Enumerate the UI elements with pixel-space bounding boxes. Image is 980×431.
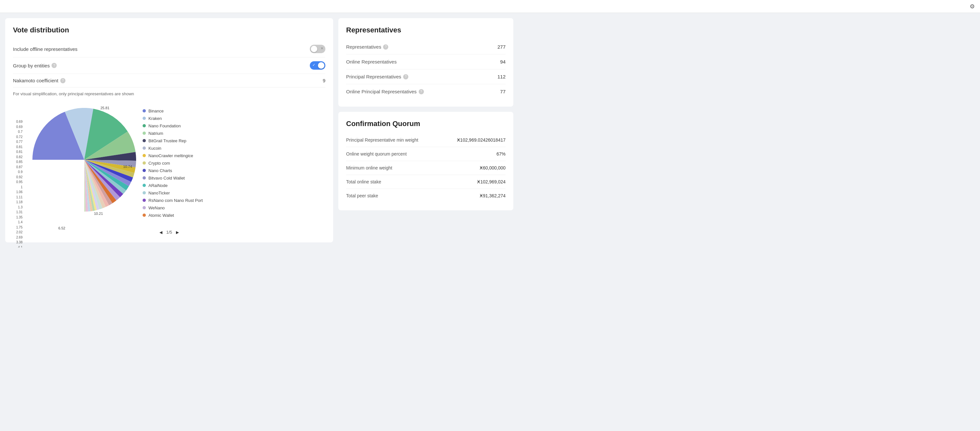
legend-label: Kucoin	[148, 146, 161, 151]
legend-dot	[143, 132, 146, 135]
legend-dot	[143, 139, 146, 142]
legend-label: Atomic Wallet	[148, 213, 174, 218]
legend-item: Nano Charts	[143, 168, 325, 173]
legend-label: Bitvavo Cold Wallet	[148, 176, 185, 180]
pie-label-1074: 10.74	[123, 165, 132, 169]
representatives-card: Representatives Representatives? 277 Onl…	[338, 18, 513, 107]
stat-label: Representatives?	[346, 44, 388, 49]
quorum-label: Principal Representative min weight	[346, 137, 418, 143]
pie-labels-left: 0.69 0.69 0.7 0.72 0.77 0.81 0.81 0.82 0…	[16, 119, 22, 248]
offline-toggle-row: Include offline representatives ✕	[13, 41, 325, 57]
quorum-row: Total online stake Ӿ102,969,024	[346, 175, 506, 189]
legend-dot	[143, 184, 146, 187]
legend-dot	[143, 146, 146, 150]
offline-toggle-switch[interactable]: ✕	[310, 45, 325, 53]
pagination: ◀ 1/5 ▶	[13, 230, 325, 235]
legend-dot	[143, 199, 146, 202]
quorum-value: Ӿ102,969.02426018417	[457, 137, 506, 143]
legend-label: Natrium	[148, 131, 163, 136]
legend-item: Nano Foundation	[143, 124, 325, 128]
legend-dot	[143, 206, 146, 209]
legend-item: Kucoin	[143, 146, 325, 151]
quorum-row: Minimum online weight Ӿ60,000,000	[346, 161, 506, 175]
quorum-card: Confirmation Quorum Principal Representa…	[338, 112, 513, 210]
stat-help-icon[interactable]: ?	[383, 45, 388, 49]
offline-toggle-label: Include offline representatives	[13, 46, 78, 52]
prev-page-button[interactable]: ◀	[159, 230, 162, 235]
legend-label: BitGrail Trustee Rep	[148, 138, 186, 143]
legend-item: NanoTicker	[143, 191, 325, 196]
simplification-note: For visual simplification, only principa…	[13, 91, 325, 96]
quorum-label: Total online stake	[346, 179, 381, 184]
pie-chart-container: 0.69 0.69 0.7 0.72 0.77 0.81 0.81 0.82 0…	[13, 102, 136, 224]
pie-label-1021: 10.21	[94, 212, 103, 215]
legend-area: BinanceKrakenNano FoundationNatriumBitGr…	[143, 108, 325, 218]
stat-label: Principal Representatives?	[346, 74, 408, 80]
quorum-row: Principal Representative min weight Ӿ102…	[346, 133, 506, 147]
legend-item: Binance	[143, 108, 325, 113]
quorum-value: 67%	[496, 151, 506, 156]
legend-dot	[143, 161, 146, 165]
stat-row: Representatives? 277	[346, 40, 506, 54]
quorum-row: Total peer stake Ӿ91,362,274	[346, 189, 506, 202]
legend-item: Natrium	[143, 131, 325, 136]
group-help-icon[interactable]: ?	[51, 63, 57, 68]
pie-label-2581: 25.81	[100, 106, 110, 110]
legend-dot	[143, 154, 146, 157]
stat-help-icon[interactable]: ?	[403, 74, 408, 80]
main-content: Vote distribution Include offline repres…	[0, 13, 519, 248]
quorum-row: Online weight quorum percent 67%	[346, 147, 506, 161]
stat-help-icon[interactable]: ?	[419, 89, 424, 94]
legend-item: BitGrail Trustee Rep	[143, 138, 325, 143]
legend-item: Atomic Wallet	[143, 213, 325, 218]
legend-dot	[143, 213, 146, 217]
nakamoto-help-icon[interactable]: ?	[60, 78, 65, 83]
gear-icon[interactable]: ⚙	[970, 3, 975, 10]
quorum-label: Online weight quorum percent	[346, 151, 407, 156]
stat-row: Online Principal Representatives? 77	[346, 84, 506, 99]
pie-label-652: 6.52	[58, 226, 65, 230]
quorum-value: Ӿ102,969,024	[477, 179, 506, 184]
legend-item: WeNano	[143, 205, 325, 210]
legend-label: ARaiNode	[148, 183, 167, 188]
group-toggle-check: ✓	[312, 63, 315, 67]
legend-label: RsNano com Nano Rust Port	[148, 198, 203, 203]
legend-label: NanoCrawler meltingice	[148, 153, 193, 158]
stat-value: 94	[500, 59, 506, 65]
legend-dot	[143, 109, 146, 113]
right-panel: Representatives Representatives? 277 Onl…	[338, 18, 513, 242]
group-toggle-switch[interactable]: ✓	[310, 61, 325, 70]
representatives-title: Representatives	[346, 26, 506, 34]
legend-label: Nano Foundation	[148, 124, 181, 128]
stat-value: 112	[498, 74, 506, 80]
quorum-title: Confirmation Quorum	[346, 119, 506, 128]
quorum-container: Principal Representative min weight Ӿ102…	[346, 133, 506, 202]
quorum-label: Total peer stake	[346, 193, 378, 198]
quorum-value: Ӿ91,362,274	[480, 193, 506, 198]
offline-toggle-x: ✕	[320, 46, 323, 51]
chart-area: 0.69 0.69 0.7 0.72 0.77 0.81 0.81 0.82 0…	[13, 102, 325, 224]
nakamoto-value: 9	[323, 78, 325, 83]
nakamoto-label: Nakamoto coefficient ?	[13, 78, 65, 83]
legend-label: Crypto com	[148, 161, 170, 165]
legend-dot	[143, 191, 146, 194]
offline-toggle-thumb	[311, 46, 317, 52]
legend-dot	[143, 169, 146, 172]
legend-item: Crypto com	[143, 161, 325, 165]
legend-item: Bitvavo Cold Wallet	[143, 176, 325, 180]
stat-value: 77	[500, 89, 506, 94]
legend-label: WeNano	[148, 205, 165, 210]
legend-label: Nano Charts	[148, 168, 172, 173]
top-bar: ⚙	[0, 0, 980, 13]
legend-dot	[143, 124, 146, 127]
legend-item: Kraken	[143, 116, 325, 121]
legend-item: RsNano com Nano Rust Port	[143, 198, 325, 203]
quorum-label: Minimum online weight	[346, 165, 392, 170]
legend-dot	[143, 117, 146, 120]
group-toggle-label: Group by entities ?	[13, 63, 57, 68]
legend-item: ARaiNode	[143, 183, 325, 188]
quorum-value: Ӿ60,000,000	[480, 165, 506, 170]
stat-row: Online Representatives 94	[346, 54, 506, 69]
next-page-button[interactable]: ▶	[176, 230, 179, 235]
stats-container: Representatives? 277 Online Representati…	[346, 40, 506, 99]
